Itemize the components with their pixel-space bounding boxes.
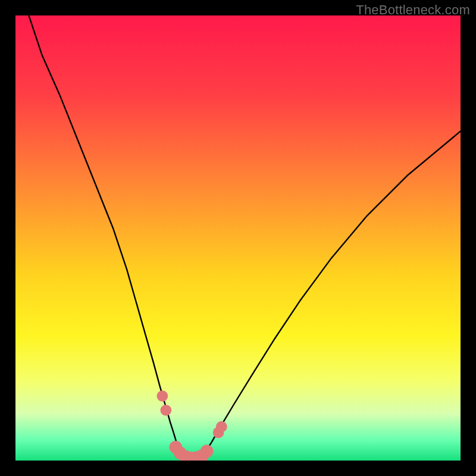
chart-frame: TheBottleneck.com bbox=[0, 0, 476, 476]
chart-background bbox=[15, 15, 461, 461]
marker-point bbox=[201, 444, 214, 458]
marker-point bbox=[160, 405, 171, 416]
marker-point bbox=[216, 421, 227, 433]
chart-plot bbox=[15, 15, 461, 461]
marker-point bbox=[156, 390, 168, 402]
watermark-text: TheBottleneck.com bbox=[356, 2, 470, 18]
